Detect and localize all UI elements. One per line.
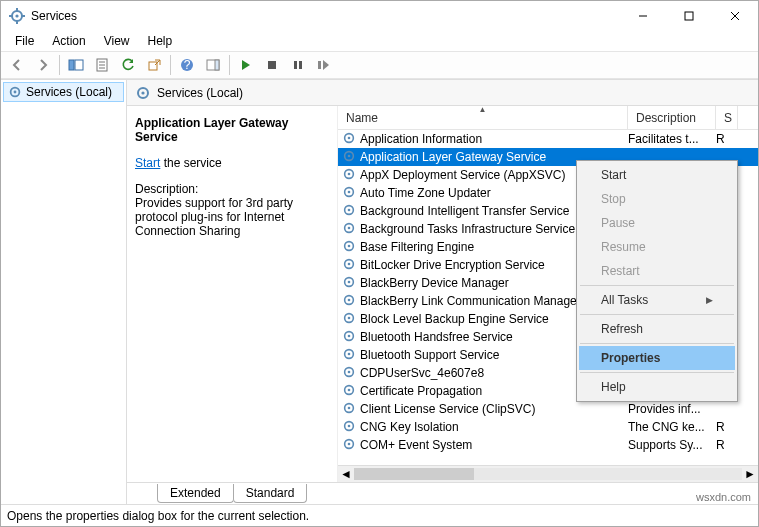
context-refresh[interactable]: Refresh xyxy=(579,317,735,341)
column-startup[interactable]: S xyxy=(716,106,738,129)
close-button[interactable] xyxy=(712,1,758,31)
table-row[interactable]: CNG Key IsolationThe CNG ke...R xyxy=(338,418,758,436)
svg-rect-22 xyxy=(294,61,297,69)
service-icon xyxy=(342,149,358,165)
start-service-button[interactable] xyxy=(234,53,258,77)
status-text: Opens the properties dialog box for the … xyxy=(7,509,309,523)
service-icon xyxy=(342,275,358,291)
column-name[interactable]: Name ▲ xyxy=(338,106,628,129)
context-start[interactable]: Start xyxy=(579,163,735,187)
service-icon xyxy=(342,419,358,435)
table-row[interactable]: Application InformationFacilitates t...R xyxy=(338,130,758,148)
forward-button[interactable] xyxy=(31,53,55,77)
context-all-tasks[interactable]: All Tasks▶ xyxy=(579,288,735,312)
tab-extended[interactable]: Extended xyxy=(157,484,234,503)
statusbar: Opens the properties dialog box for the … xyxy=(1,504,758,526)
svg-point-1 xyxy=(15,14,18,17)
back-button[interactable] xyxy=(5,53,29,77)
context-menu: Start Stop Pause Resume Restart All Task… xyxy=(576,160,738,402)
context-properties[interactable]: Properties xyxy=(579,346,735,370)
svg-rect-24 xyxy=(318,61,321,69)
tree-root-label: Services (Local) xyxy=(26,85,112,99)
cell-name: Client License Service (ClipSVC) xyxy=(358,402,628,416)
services-icon xyxy=(9,8,25,24)
description-label: Description: xyxy=(135,182,327,196)
svg-rect-20 xyxy=(215,60,219,70)
refresh-button[interactable] xyxy=(116,53,140,77)
scroll-left-icon[interactable]: ◄ xyxy=(340,467,352,481)
svg-point-56 xyxy=(348,371,351,374)
export-button[interactable] xyxy=(142,53,166,77)
cell-startup: R xyxy=(716,438,736,452)
svg-point-38 xyxy=(348,209,351,212)
menu-help[interactable]: Help xyxy=(140,32,181,50)
maximize-button[interactable] xyxy=(666,1,712,31)
svg-point-46 xyxy=(348,281,351,284)
detail-pane: Application Layer Gateway Service Start … xyxy=(127,106,337,482)
tree-root-item[interactable]: Services (Local) xyxy=(3,82,124,102)
horizontal-scrollbar[interactable]: ◄ ► xyxy=(338,465,758,482)
submenu-arrow-icon: ▶ xyxy=(706,295,713,305)
window-title: Services xyxy=(31,9,620,23)
context-separator xyxy=(580,314,734,315)
service-icon xyxy=(342,365,358,381)
column-description[interactable]: Description xyxy=(628,106,716,129)
table-row[interactable]: Client License Service (ClipSVC)Provides… xyxy=(338,400,758,418)
services-icon xyxy=(8,85,22,99)
properties-button[interactable] xyxy=(90,53,114,77)
svg-point-34 xyxy=(348,173,351,176)
context-resume: Resume xyxy=(579,235,735,259)
service-icon xyxy=(342,203,358,219)
tree-pane: Services (Local) xyxy=(1,80,127,504)
menu-action[interactable]: Action xyxy=(44,32,93,50)
menu-file[interactable]: File xyxy=(7,32,42,50)
menu-view[interactable]: View xyxy=(96,32,138,50)
view-tabs: Extended Standard xyxy=(127,482,758,504)
cell-startup: R xyxy=(716,420,736,434)
svg-point-52 xyxy=(348,335,351,338)
svg-point-40 xyxy=(348,227,351,230)
service-icon xyxy=(342,221,358,237)
cell-description: Facilitates t... xyxy=(628,132,716,146)
cell-description: Supports Sy... xyxy=(628,438,716,452)
service-icon xyxy=(342,329,358,345)
svg-rect-16 xyxy=(149,62,157,70)
toolbar: ? xyxy=(1,51,758,79)
minimize-button[interactable] xyxy=(620,1,666,31)
table-row[interactable]: COM+ Event SystemSupports Sy...R xyxy=(338,436,758,454)
context-separator xyxy=(580,372,734,373)
svg-point-50 xyxy=(348,317,351,320)
start-link[interactable]: Start xyxy=(135,156,160,170)
svg-point-64 xyxy=(348,443,351,446)
service-icon xyxy=(342,293,358,309)
help-button[interactable]: ? xyxy=(175,53,199,77)
context-pause: Pause xyxy=(579,211,735,235)
pause-service-button[interactable] xyxy=(286,53,310,77)
restart-service-button[interactable] xyxy=(312,53,336,77)
action-pane-button[interactable] xyxy=(201,53,225,77)
service-icon xyxy=(342,347,358,363)
svg-point-32 xyxy=(348,155,351,158)
description-text: Provides support for 3rd party protocol … xyxy=(135,196,327,238)
svg-point-30 xyxy=(348,137,351,140)
svg-point-44 xyxy=(348,263,351,266)
content-header: Services (Local) xyxy=(127,80,758,106)
svg-point-60 xyxy=(348,407,351,410)
context-separator xyxy=(580,285,734,286)
scroll-right-icon[interactable]: ► xyxy=(744,467,756,481)
watermark: wsxdn.com xyxy=(696,491,751,503)
service-icon xyxy=(342,185,358,201)
cell-name: COM+ Event System xyxy=(358,438,628,452)
service-icon xyxy=(342,401,358,417)
scroll-thumb[interactable] xyxy=(354,468,474,480)
cell-name: CNG Key Isolation xyxy=(358,420,628,434)
svg-point-48 xyxy=(348,299,351,302)
svg-point-62 xyxy=(348,425,351,428)
service-icon xyxy=(342,257,358,273)
stop-service-button[interactable] xyxy=(260,53,284,77)
service-icon xyxy=(342,437,358,453)
tab-standard[interactable]: Standard xyxy=(233,484,308,503)
context-help[interactable]: Help xyxy=(579,375,735,399)
selected-service-name: Application Layer Gateway Service xyxy=(135,116,327,144)
show-hide-tree-button[interactable] xyxy=(64,53,88,77)
